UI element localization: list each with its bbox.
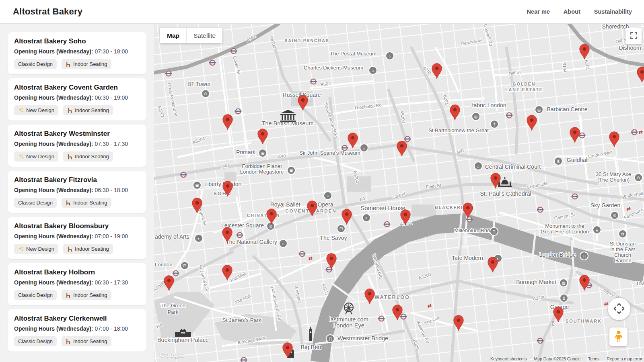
place-label: The Savoy [320, 235, 347, 241]
location-name: Altostrat Bakery Covent Garden [14, 84, 140, 92]
terms-link[interactable]: Terms [588, 356, 600, 361]
monument-icon[interactable]: ▲ [593, 226, 601, 234]
svg-text:⊙: ⊙ [269, 224, 272, 229]
fullscreen-button[interactable] [625, 28, 642, 44]
museum-icon[interactable]: ⌂ [369, 66, 377, 74]
badge-label: Indoor Seating [75, 153, 109, 160]
rail-station-icon: ⇄ [309, 256, 313, 261]
feature-badge: Indoor Seating [62, 336, 111, 346]
camera-icon[interactable]: ⊙ [634, 174, 642, 182]
nav-about[interactable]: About [564, 8, 580, 15]
svg-text:⊟: ⊟ [183, 264, 186, 268]
hotel-icon[interactable]: ⊟ [337, 225, 345, 233]
pan-control[interactable] [608, 298, 630, 320]
location-card[interactable]: Altostrat Bakery Covent GardenOpening Ho… [8, 78, 146, 121]
bridge-icon[interactable]: ∏ [490, 227, 498, 235]
nav-near-me[interactable]: Near me [527, 8, 550, 15]
museum-icon[interactable]: ⌂ [474, 162, 482, 170]
market-icon[interactable]: ▦ [560, 279, 568, 287]
map-canvas[interactable]: A501A4200Gower StGreat Portland StA4201B… [154, 24, 644, 362]
tube-station-icon [165, 71, 172, 76]
camera-icon[interactable]: ⊙ [267, 222, 275, 230]
tube-station-icon [230, 49, 237, 54]
art-icon[interactable]: ◐ [362, 214, 370, 222]
bridge-icon[interactable]: ∏ [580, 252, 588, 260]
place-label: Barbican Centre [547, 106, 587, 112]
location-card[interactable]: Altostrat Bakery ClerkenwellOpening Hour… [8, 309, 146, 352]
shopping-icon[interactable]: ▣ [287, 166, 295, 174]
location-card[interactable]: Altostrat Bakery WestminsterOpening Hour… [8, 125, 146, 167]
tube-station-icon [384, 222, 391, 227]
location-card[interactable]: Altostrat Bakery SohoOpening Hours (Wedn… [8, 32, 146, 74]
svg-text:✿: ✿ [621, 232, 624, 236]
bar-icon[interactable]: ⊻ [560, 294, 568, 302]
hotel-icon[interactable]: ⊟ [181, 262, 189, 270]
location-card[interactable]: Altostrat Bakery BloomsburyOpening Hours… [8, 217, 146, 259]
tube-station-icon [173, 271, 179, 276]
hours-value: 06:30 - 19:00 [95, 94, 128, 101]
castle-icon[interactable]: ♜ [554, 157, 562, 165]
tube-station-icon [400, 314, 407, 319]
church-icon[interactable]: † [490, 120, 498, 128]
sparkle-icon [18, 108, 24, 113]
location-card[interactable]: Altostrat Bakery HolbornOpening Hours (W… [8, 263, 146, 305]
place-label: ademy of Arts [155, 233, 189, 240]
feature-badge: New Design [14, 244, 58, 254]
location-name: Altostrat Bakery Holborn [14, 268, 140, 276]
svg-text:⌂: ⌂ [372, 68, 374, 73]
badge-row: Classic DesignIndoor Seating [14, 198, 140, 208]
place-label: London Eye [333, 322, 364, 329]
feature-badge: New Design [14, 151, 58, 162]
road-label: B144 [562, 62, 568, 73]
hours-value: 07:00 - 18:00 [95, 325, 128, 332]
poi-icon[interactable]: ◎ [472, 112, 480, 121]
bridge-icon[interactable]: ∏ [326, 335, 334, 343]
basemap: A501A4200Gower StGreat Portland StA4201B… [154, 24, 644, 362]
svg-text:◐: ◐ [365, 216, 368, 220]
badge-row: New DesignIndoor Seating [14, 151, 140, 162]
place-label: Dishoom [619, 45, 641, 51]
opening-hours: Opening Hours (Wednesday): 07:30 - 18:00 [14, 48, 140, 55]
location-card[interactable]: Altostrat Bakery FitzroviaOpening Hours … [8, 171, 146, 213]
camera-icon[interactable]: ⊙ [611, 211, 619, 219]
camera-icon[interactable]: ⊙ [202, 90, 210, 98]
pegman-control[interactable] [609, 327, 628, 346]
report-error-link[interactable]: Report a map error [607, 356, 642, 361]
place-label: Tate Modern [452, 255, 483, 261]
shopping-icon[interactable]: ▣ [193, 181, 201, 189]
place-label: Park [168, 309, 179, 315]
place-label: Great Fire of London [541, 229, 589, 235]
feature-badge: Indoor Seating [63, 244, 113, 254]
badge-label: Indoor Seating [73, 200, 107, 206]
museum-icon[interactable]: ⌂ [386, 52, 394, 60]
music-icon[interactable]: ♪ [324, 192, 332, 200]
place-label: St Bartholomew the Great [428, 127, 489, 133]
location-name: Altostrat Bakery Westminster [14, 130, 140, 138]
theatre-icon[interactable]: ◎ [535, 106, 543, 114]
svg-text:⊻: ⊻ [562, 296, 565, 301]
place-label: The National Gallery [226, 239, 277, 245]
satellite-view-button[interactable]: Satellite [186, 28, 222, 43]
rail-station-icon: ⇄ [604, 301, 608, 307]
place-label: (The Gherkin) [597, 177, 630, 183]
hours-value: 07:30 - 18:00 [95, 48, 128, 55]
place-label: Borough Market [516, 279, 556, 285]
svg-text:⊟: ⊟ [339, 227, 343, 231]
keyboard-shortcuts-link[interactable]: Keyboard shortcuts [490, 356, 527, 361]
feature-badge: Classic Design [14, 336, 57, 346]
place-label: Central Criminal Court [485, 164, 541, 170]
svg-text:⌂: ⌂ [282, 241, 284, 246]
map-view-button[interactable]: Map [160, 28, 186, 43]
tube-station-icon [537, 207, 544, 213]
feature-badge: Indoor Seating [62, 198, 111, 208]
nav-sustainability[interactable]: Sustainability [594, 8, 632, 15]
garden-icon[interactable]: ✿ [619, 230, 627, 238]
svg-text:▲: ▲ [595, 228, 599, 232]
museum-icon[interactable]: ⌂ [279, 239, 287, 247]
place-label: Opera [318, 201, 333, 208]
tube-station-icon [378, 316, 385, 321]
hours-value: 06:30 - 17:30 [95, 279, 128, 286]
shopping-icon[interactable]: ▣ [259, 149, 267, 157]
museum-icon[interactable]: ⌂ [360, 144, 368, 152]
art-icon[interactable]: ◐ [195, 234, 203, 242]
